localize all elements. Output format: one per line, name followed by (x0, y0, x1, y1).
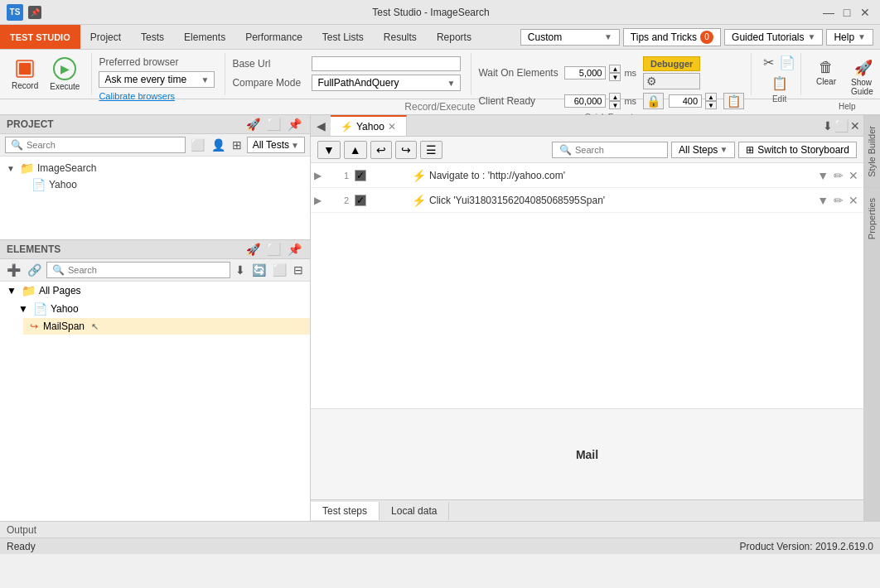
elements-search-input[interactable] (68, 265, 225, 275)
base-url-input[interactable] (312, 56, 461, 71)
step-1-expand[interactable]: ▶ (314, 170, 326, 181)
record-button[interactable]: Record (7, 55, 43, 94)
tab-yahoo[interactable]: ⚡ Yahoo ✕ (331, 115, 407, 136)
panel-expand-icon[interactable]: ⬜ (834, 119, 849, 133)
el-toggle-allpages[interactable]: ▼ (7, 285, 17, 296)
close-button[interactable]: ✕ (857, 4, 873, 21)
browser-select[interactable]: Ask me every time ▼ (99, 71, 215, 88)
client-ready-input[interactable] (564, 94, 606, 108)
copy-doc-icon[interactable]: 📄 (777, 53, 797, 72)
custom-dropdown[interactable]: Custom ▼ (520, 29, 620, 46)
project-search-box[interactable]: 🔍 (5, 137, 186, 153)
elements-pin-icon[interactable]: 📌 (286, 243, 303, 256)
step-2-expand[interactable]: ▶ (314, 195, 326, 206)
tree-toggle-imagesearch[interactable]: ▼ (7, 164, 17, 173)
all-steps-button[interactable]: All Steps ▼ (671, 142, 735, 158)
elements-link-icon[interactable]: 🔗 (26, 263, 43, 277)
lock-icon[interactable]: 🔒 (643, 93, 664, 109)
all-tests-button[interactable]: All Tests ▼ (247, 137, 305, 153)
tree-item-imagesearch[interactable]: ▼ 📁 ImageSearch (0, 160, 310, 176)
wait-on-elements-input[interactable] (564, 66, 606, 80)
step-search-box[interactable]: 🔍 (552, 142, 668, 158)
step-undo-btn[interactable]: ↩ (370, 141, 392, 159)
client-ready-stepper[interactable]: ▲ ▼ (609, 93, 621, 109)
project-add-icon[interactable]: ⬜ (189, 138, 206, 152)
menu-test-lists[interactable]: Test Lists (312, 25, 374, 49)
switch-to-storyboard-button[interactable]: ⊞ Switch to Storyboard (738, 142, 857, 158)
panel-collapse-icon[interactable]: ⬇ (823, 119, 833, 133)
maximize-button[interactable]: □ (839, 4, 855, 21)
tree-item-yahoo[interactable]: 📄 Yahoo (12, 176, 310, 193)
step-1-checkbox[interactable]: ✓ (355, 170, 366, 181)
step-2-checkbox[interactable]: ✓ (355, 195, 366, 206)
elements-expand2-icon[interactable]: ⊟ (292, 263, 305, 277)
client-extra-stepper[interactable]: ▲ ▼ (705, 93, 717, 109)
step-2-collapse-btn[interactable]: ▼ (815, 194, 830, 207)
show-guide-button[interactable]: 🚀 Show Guide (844, 56, 880, 99)
project-pin-icon[interactable]: 📌 (286, 118, 303, 131)
menu-project[interactable]: Project (80, 25, 131, 49)
elements-refresh-icon[interactable]: 🔄 (250, 263, 268, 277)
steps-search-input[interactable] (575, 145, 658, 155)
step-2-check[interactable]: ✓ (352, 195, 369, 206)
copy-icon[interactable]: 📋 (723, 93, 744, 109)
el-toggle-yahoo[interactable]: ▼ (18, 303, 28, 315)
el-item-allpages[interactable]: ▼ 📁 All Pages (0, 282, 310, 300)
wait-up-btn[interactable]: ▲ (609, 65, 621, 73)
execute-button[interactable]: ▶ Execute (45, 54, 85, 94)
elements-add-icon[interactable]: ➕ (5, 263, 22, 277)
wait-down-btn[interactable]: ▼ (609, 73, 621, 81)
client-extra-input[interactable] (669, 94, 702, 108)
step-2-delete-btn[interactable]: ✕ (847, 194, 860, 207)
sidebar-tab-style-builder[interactable]: Style Builder (864, 115, 880, 187)
elements-expand-icon[interactable]: ⬜ (265, 243, 283, 256)
compare-mode-select[interactable]: FullPathAndQuery ▼ (312, 75, 461, 91)
bottom-tab-test-steps[interactable]: Test steps (311, 502, 380, 520)
step-1-delete-btn[interactable]: ✕ (847, 169, 860, 182)
step-arrow-up-btn[interactable]: ▲ (344, 141, 367, 159)
minimize-button[interactable]: — (820, 4, 837, 21)
client-ready-down-btn[interactable]: ▼ (609, 101, 621, 109)
elements-highlight-icon[interactable]: ⬜ (271, 263, 288, 277)
debugger-button[interactable]: Debugger (643, 56, 700, 71)
bottom-tab-local-data[interactable]: Local data (380, 502, 449, 520)
menu-elements[interactable]: Elements (174, 25, 235, 49)
project-expand-icon[interactable]: ⬜ (265, 118, 283, 131)
step-1-edit-btn[interactable]: ✏ (832, 169, 845, 182)
project-user-icon[interactable]: 👤 (210, 138, 227, 152)
step-1-collapse-btn[interactable]: ▼ (815, 169, 830, 182)
tips-and-tricks-button[interactable]: Tips and Tricks 0 (623, 28, 721, 46)
el-item-mailspan[interactable]: ↪ MailSpan ↖ (23, 318, 310, 335)
tab-close-yahoo[interactable]: ✕ (388, 121, 396, 133)
project-sort-icon[interactable]: ⊞ (230, 138, 244, 152)
step-redo-btn[interactable]: ↪ (395, 141, 417, 159)
el-item-yahoo-page[interactable]: ▼ 📄 Yahoo (12, 300, 310, 318)
client-extra-down[interactable]: ▼ (705, 101, 717, 109)
panel-close-icon[interactable]: ✕ (850, 119, 860, 133)
client-extra-up[interactable]: ▲ (705, 93, 717, 101)
client-ready-up-btn[interactable]: ▲ (609, 93, 621, 101)
scissors-icon[interactable]: ✂ (762, 53, 776, 72)
menu-results[interactable]: Results (374, 25, 427, 49)
step-1-check[interactable]: ✓ (352, 170, 369, 181)
elements-sort-icon[interactable]: ⬇ (234, 263, 247, 277)
sidebar-tab-properties[interactable]: Properties (864, 187, 880, 249)
step-2-edit-btn[interactable]: ✏ (832, 194, 845, 207)
step-arrow-down-btn[interactable]: ▼ (317, 141, 341, 159)
paste-icon[interactable]: 📋 (770, 74, 790, 93)
guided-tutorials-button[interactable]: Guided Tutorials ▼ (724, 29, 823, 46)
elements-rocket-icon[interactable]: 🚀 (244, 243, 262, 256)
menu-reports[interactable]: Reports (427, 25, 481, 49)
elements-search-box[interactable]: 🔍 (46, 262, 230, 278)
step-menu-btn[interactable]: ☰ (420, 141, 442, 159)
debugger-gear-button[interactable]: ⚙ (643, 73, 700, 89)
project-search-input[interactable] (27, 140, 180, 150)
tab-back-button[interactable]: ◀ (311, 115, 331, 136)
menu-performance[interactable]: Performance (235, 25, 312, 49)
clear-button[interactable]: 🗑 Clear (811, 56, 841, 99)
help-button[interactable]: Help ▼ (826, 29, 873, 46)
calibrate-button[interactable]: Calibrate browsers (99, 91, 175, 101)
wait-stepper[interactable]: ▲ ▼ (609, 65, 621, 81)
menu-tests[interactable]: Tests (131, 25, 174, 49)
project-rocket-icon[interactable]: 🚀 (244, 118, 262, 131)
